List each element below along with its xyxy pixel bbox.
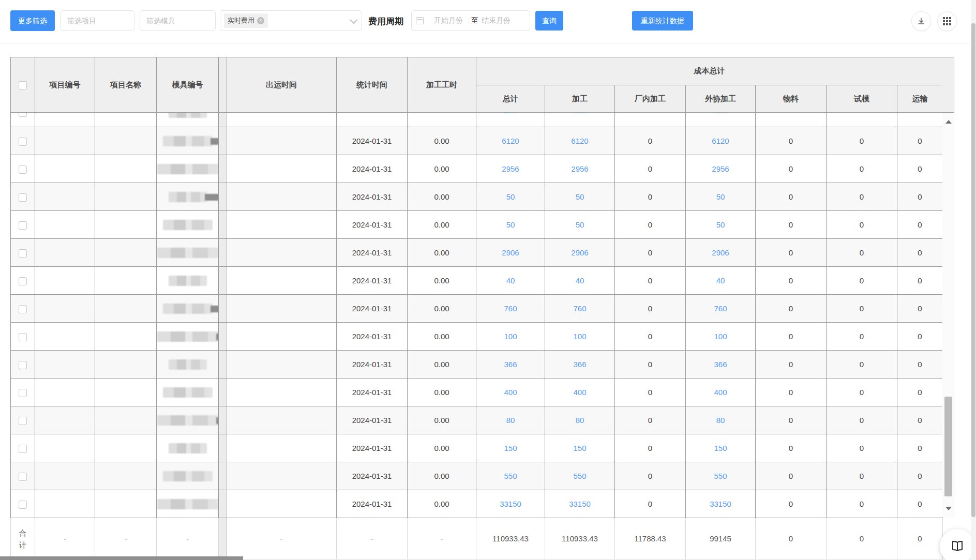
- cell-total[interactable]: 50: [476, 211, 545, 239]
- cell-outsourced[interactable]: 366: [686, 351, 756, 379]
- cell-outsourced[interactable]: 2956: [686, 155, 756, 183]
- cell-outsourced[interactable]: 150: [686, 434, 756, 462]
- query-button[interactable]: 查询: [535, 11, 563, 31]
- cell-total[interactable]: 100: [504, 113, 517, 115]
- page-scrollbar[interactable]: [971, 0, 976, 560]
- cell-outsourced[interactable]: 100: [714, 113, 727, 115]
- cell-material: 0: [756, 295, 827, 323]
- tag-close-icon[interactable]: ×: [257, 17, 264, 24]
- row-checkbox[interactable]: [19, 473, 27, 481]
- row-checkbox[interactable]: [19, 193, 27, 202]
- start-month-placeholder[interactable]: 开始月份: [434, 16, 463, 25]
- cell-total[interactable]: 40: [476, 267, 545, 295]
- download-button[interactable]: [911, 11, 931, 31]
- scroll-down-icon[interactable]: [945, 507, 952, 510]
- row-checkbox[interactable]: [19, 165, 27, 174]
- table-row: 2024-01-31 0.00 100 100 0 100 0 0 0: [11, 323, 943, 351]
- cell-outsourced[interactable]: 6120: [686, 127, 756, 155]
- end-month-placeholder[interactable]: 结束月份: [482, 16, 510, 25]
- cell-outsourced[interactable]: 40: [686, 267, 756, 295]
- cell-total[interactable]: 400: [476, 379, 545, 406]
- cell-project-no: [35, 462, 95, 490]
- cell-ship-time: [227, 379, 337, 406]
- cell-total[interactable]: 366: [476, 351, 545, 379]
- cell-processing[interactable]: 2906: [545, 239, 615, 267]
- row-checkbox[interactable]: [19, 221, 27, 230]
- cell-outsourced[interactable]: 760: [686, 295, 756, 323]
- scroll-up-icon[interactable]: [945, 120, 952, 124]
- cell-outsourced[interactable]: 50: [686, 211, 756, 239]
- cell-processing[interactable]: 400: [545, 379, 615, 406]
- row-checkbox[interactable]: [19, 445, 27, 453]
- table-scrollbar[interactable]: [942, 113, 954, 518]
- row-checkbox[interactable]: [19, 361, 27, 369]
- cell-processing[interactable]: 80: [545, 406, 615, 434]
- cell-in-factory: 0: [615, 490, 686, 518]
- cell-processing[interactable]: 366: [545, 351, 615, 379]
- redacted-mold-number: [169, 276, 207, 286]
- cell-processing[interactable]: 150: [545, 434, 615, 462]
- cell-work-hours: 0.00: [408, 323, 476, 351]
- cell-stat-time: 2024-01-31: [337, 239, 408, 267]
- recalculate-button[interactable]: 重新统计数据: [632, 11, 693, 31]
- row-checkbox[interactable]: [19, 305, 27, 313]
- cell-outsourced[interactable]: 2906: [686, 239, 756, 267]
- cell-total[interactable]: 50: [476, 183, 545, 211]
- cost-type-select[interactable]: 实时费用 ×: [220, 10, 362, 31]
- cell-processing[interactable]: 6120: [545, 127, 615, 155]
- cell-project-name: [95, 379, 157, 406]
- filter-mold-input[interactable]: [140, 10, 216, 31]
- cell-total[interactable]: 2956: [476, 155, 545, 183]
- cell-outsourced[interactable]: 50: [686, 183, 756, 211]
- cell-total[interactable]: 6120: [476, 127, 545, 155]
- row-checkbox[interactable]: [19, 333, 27, 341]
- cell-processing[interactable]: 100: [573, 113, 586, 115]
- cell-outsourced[interactable]: 400: [686, 379, 756, 406]
- row-checkbox[interactable]: [19, 501, 27, 509]
- column-settings-button[interactable]: [937, 11, 957, 31]
- cell-processing[interactable]: 33150: [545, 490, 615, 518]
- cell-outsourced[interactable]: 550: [686, 462, 756, 490]
- cell-project-name: [95, 127, 157, 155]
- calendar-icon: [416, 17, 424, 24]
- totals-mold-no: -: [157, 518, 219, 559]
- row-checkbox[interactable]: [19, 113, 27, 117]
- cell-material: 0: [756, 434, 827, 462]
- redacted-mold-number: [163, 304, 213, 314]
- cell-trial: 0: [827, 490, 897, 518]
- cell-total[interactable]: 760: [476, 295, 545, 323]
- table-scrollbar-thumb[interactable]: [944, 397, 952, 496]
- cell-outsourced[interactable]: 100: [686, 323, 756, 351]
- cell-processing[interactable]: 50: [545, 211, 615, 239]
- cell-total[interactable]: 100: [476, 323, 545, 351]
- row-checkbox[interactable]: [19, 417, 27, 425]
- cell-processing[interactable]: 760: [545, 295, 615, 323]
- cell-processing[interactable]: 40: [545, 267, 615, 295]
- cell-processing[interactable]: 50: [545, 183, 615, 211]
- cell-outsourced[interactable]: 80: [686, 406, 756, 434]
- page-scrollbar-thumb[interactable]: [971, 23, 975, 517]
- row-checkbox[interactable]: [19, 389, 27, 397]
- docs-floating-button[interactable]: [940, 529, 975, 560]
- row-checkbox[interactable]: [19, 249, 27, 258]
- cell-processing[interactable]: 550: [545, 462, 615, 490]
- redacted-mold-number: [169, 359, 207, 370]
- select-all-checkbox[interactable]: [19, 81, 27, 89]
- row-checkbox[interactable]: [19, 277, 27, 285]
- cell-processing[interactable]: 2956: [545, 155, 615, 183]
- cell-outsourced[interactable]: 33150: [686, 490, 756, 518]
- filter-project-input[interactable]: [61, 10, 134, 31]
- row-checkbox[interactable]: [19, 138, 27, 146]
- cell-processing[interactable]: 100: [545, 323, 615, 351]
- cell-total[interactable]: 550: [476, 462, 545, 490]
- cell-material: 0: [756, 406, 827, 434]
- cell-total[interactable]: 2906: [476, 239, 545, 267]
- cell-material: 0: [756, 462, 827, 490]
- cell-total[interactable]: 80: [476, 406, 545, 434]
- cell-total[interactable]: 33150: [476, 490, 545, 518]
- cell-total[interactable]: 150: [476, 434, 545, 462]
- month-range-picker[interactable]: 开始月份 至 结束月份: [411, 10, 530, 31]
- more-filters-button[interactable]: 更多筛选: [10, 10, 55, 31]
- cell-work-hours: 0.00: [408, 462, 476, 490]
- horizontal-scrollbar-thumb[interactable]: [0, 556, 243, 560]
